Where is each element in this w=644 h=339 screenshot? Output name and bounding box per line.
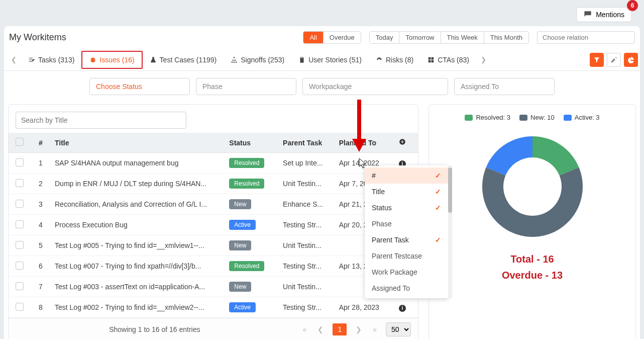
table-row[interactable]: 3Reconciliation, Analysis and Correction… — [9, 194, 418, 215]
pager-next[interactable]: ❯ — [354, 325, 364, 333]
search-input[interactable] — [16, 112, 186, 129]
col-num[interactable]: # — [31, 133, 51, 153]
table-row[interactable]: 5Test Log #005 - Trying to find id=__xml… — [9, 235, 418, 256]
column-picker-option[interactable]: Assigned To — [365, 280, 448, 296]
mentions-label: Mentions — [596, 11, 624, 19]
mentions-button[interactable]: Mentions — [576, 7, 632, 22]
row-checkbox[interactable] — [16, 282, 24, 290]
swatch-active — [564, 115, 572, 121]
pill-this-week[interactable]: This Week — [441, 32, 484, 43]
row-checkbox[interactable] — [16, 303, 24, 311]
row-title[interactable]: Test Log #003 - assertText on id=applica… — [51, 277, 225, 297]
row-parent: Testing Str... — [279, 297, 335, 318]
row-checkbox[interactable] — [16, 262, 24, 270]
tab-testcases[interactable]: Test Cases (1199) — [143, 52, 224, 68]
pill-overdue[interactable]: Overdue — [324, 32, 361, 43]
pager-page[interactable]: 1 — [333, 323, 347, 335]
table-row[interactable]: 1SAP S/4HANA output management bugResolv… — [9, 153, 418, 174]
column-picker-option[interactable]: Status✓ — [365, 200, 448, 216]
grid-icon — [427, 56, 435, 63]
row-title[interactable]: Test Log #005 - Trying to find id=__xmlv… — [51, 235, 225, 256]
status-pill: New — [229, 199, 251, 209]
tab-risks[interactable]: Risks (8) — [369, 52, 420, 68]
tabs-scroll-right[interactable]: ❯ — [476, 56, 491, 63]
pager-prev[interactable]: ❮ — [315, 325, 326, 333]
row-num: 1 — [31, 153, 51, 174]
pager-last[interactable]: » — [371, 325, 379, 333]
tab-ctas[interactable]: CTAs (83) — [420, 52, 476, 68]
row-num: 7 — [31, 277, 51, 297]
tab-userstories[interactable]: User Stories (51) — [291, 52, 369, 68]
column-picker-option[interactable]: Phase — [365, 216, 448, 232]
row-checkbox[interactable] — [16, 179, 24, 187]
table-row[interactable]: 2Dump in ENR / MUJ / DLT step during S/4… — [9, 174, 418, 194]
filter-assigned[interactable]: Assigned To — [454, 78, 555, 95]
status-pill: New — [229, 240, 251, 250]
row-parent: Testing Str... — [279, 256, 335, 277]
column-picker-option[interactable]: Parent Testcase — [365, 248, 448, 264]
relation-input[interactable] — [537, 31, 635, 44]
gauge-icon — [376, 56, 383, 63]
edit-button[interactable] — [607, 53, 621, 67]
select-all-checkbox[interactable] — [16, 138, 24, 146]
dropdown-scrollbar[interactable] — [448, 165, 452, 298]
column-picker-option[interactable]: Work Package — [365, 264, 448, 280]
col-parent[interactable]: Parent Task — [279, 133, 335, 153]
filter-phase[interactable]: Phase — [196, 78, 296, 95]
tabs-scroll-left[interactable]: ❮ — [6, 56, 21, 63]
column-picker-option[interactable]: Parent Task✓ — [365, 232, 448, 248]
time-filter-group-2: Today Tomorrow This Week This Month — [369, 31, 529, 44]
row-parent: Enhance S... — [279, 194, 335, 215]
table-row[interactable]: 6Test Log #007 - Trying to find xpath=//… — [9, 256, 418, 277]
filter-status[interactable]: Choose Status — [89, 78, 190, 95]
clipboard-icon — [298, 56, 305, 63]
chart-legend: Resolved: 3 New: 10 Active: 3 — [465, 114, 599, 121]
status-pill: Resolved — [229, 179, 264, 189]
pill-all[interactable]: All — [303, 32, 323, 43]
tab-userstories-label: User Stories (51) — [308, 56, 362, 64]
row-parent: Unit Testin... — [279, 277, 335, 297]
pill-this-month[interactable]: This Month — [484, 32, 528, 43]
col-title[interactable]: Title — [51, 133, 225, 153]
notification-badge: 6 — [627, 0, 638, 11]
pager: Showing 1 to 16 of 16 entries « ❮ 1 ❯ » … — [9, 318, 418, 339]
tab-issues[interactable]: Issues (16) — [81, 51, 142, 69]
pill-today[interactable]: Today — [370, 32, 400, 43]
row-info[interactable]: i — [395, 297, 410, 318]
column-picker-option[interactable]: #✓ — [365, 167, 448, 184]
column-picker-dropdown[interactable]: #✓Title✓Status✓PhaseParent Task✓Parent T… — [365, 165, 448, 298]
row-checkbox[interactable] — [16, 241, 24, 249]
row-num: 2 — [31, 174, 51, 194]
tab-issues-label: Issues (16) — [99, 56, 134, 64]
plus-circle-icon — [399, 138, 406, 145]
row-title[interactable]: Test Log #007 - Trying to find xpath=//d… — [51, 256, 225, 277]
column-picker-toggle[interactable] — [395, 133, 410, 153]
chart-button[interactable] — [624, 53, 638, 67]
row-title[interactable]: Process Execution Bug — [51, 215, 225, 235]
table-row[interactable]: 8Test Log #002 - Trying to find id=__xml… — [9, 297, 418, 318]
row-checkbox[interactable] — [16, 158, 24, 166]
table-row[interactable]: 4Process Execution BugActiveTesting Str.… — [9, 215, 418, 235]
tab-tasks[interactable]: Tasks (313) — [21, 52, 81, 68]
table-row[interactable]: 7Test Log #003 - assertText on id=applic… — [9, 277, 418, 297]
row-title[interactable]: SAP S/4HANA output management bug — [51, 153, 225, 174]
annotation-arrow — [350, 100, 370, 155]
col-status[interactable]: Status — [225, 133, 279, 153]
row-checkbox[interactable] — [16, 200, 24, 208]
row-parent: Set up Inte... — [279, 153, 335, 174]
row-title[interactable]: Test Log #002 - Trying to find id=__xmlv… — [51, 297, 225, 318]
column-picker-option[interactable]: Title✓ — [365, 184, 448, 200]
row-title[interactable]: Reconciliation, Analysis and Correction … — [51, 194, 225, 215]
row-checkbox[interactable] — [16, 220, 24, 228]
overdue-count: Overdue - 13 — [502, 267, 563, 283]
filter-workpackage[interactable]: Workpackage — [302, 78, 448, 95]
pager-first[interactable]: « — [301, 325, 309, 333]
row-parent: Unit Testin... — [279, 174, 335, 194]
pill-tomorrow[interactable]: Tomorrow — [399, 32, 441, 43]
pager-perpage[interactable]: 50 — [386, 322, 411, 336]
row-title[interactable]: Dump in ENR / MUJ / DLT step during S/4H… — [51, 174, 225, 194]
filter-button[interactable] — [590, 53, 604, 67]
bug-icon — [89, 56, 96, 63]
row-planned: Apr 28, 2023 — [335, 297, 395, 318]
tab-signoffs[interactable]: Signoffs (253) — [224, 52, 291, 68]
